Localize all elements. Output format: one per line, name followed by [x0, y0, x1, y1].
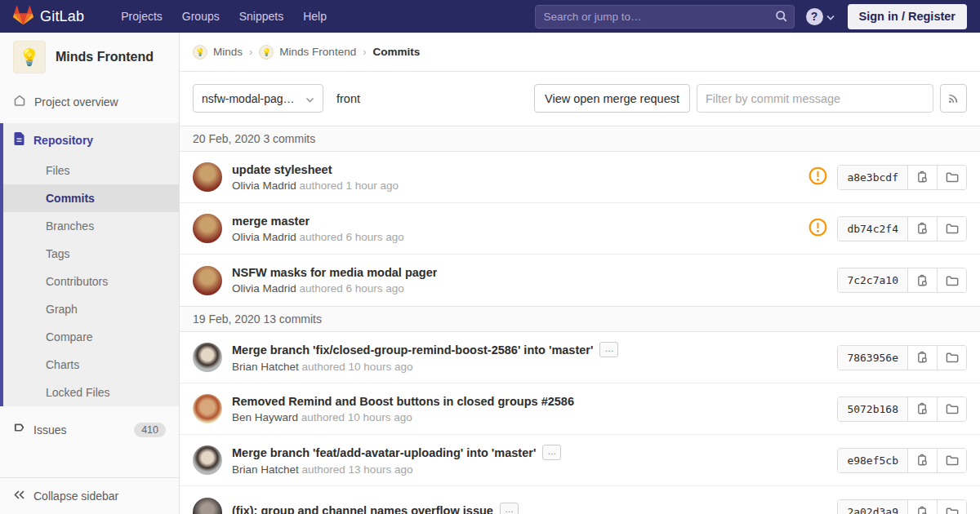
- browse-files-button[interactable]: [937, 268, 966, 292]
- view-open-merge-request-button[interactable]: View open merge request: [534, 84, 690, 113]
- sidebar-repo-subitem[interactable]: Locked Files: [3, 379, 179, 406]
- navbar-menu-item: Groups: [173, 2, 229, 30]
- help-menu[interactable]: ?: [806, 8, 835, 25]
- commit-author-link[interactable]: Olivia Madrid: [232, 231, 296, 243]
- sidebar-repo-subitem[interactable]: Charts: [3, 351, 179, 379]
- commit-title-link[interactable]: merge master: [232, 215, 310, 228]
- commit-list: 20 Feb, 2020 3 commits update stylesheet…: [180, 126, 980, 514]
- navbar-menu-link[interactable]: Help: [294, 2, 336, 30]
- commit-group: 20 Feb, 2020 3 commits update stylesheet…: [180, 126, 980, 306]
- navbar-menu-link[interactable]: Groups: [173, 2, 229, 30]
- commit-row: Removed Remind and Boost buttons in clos…: [180, 383, 980, 435]
- commit-sha[interactable]: 2a02d3a9: [838, 500, 907, 514]
- sidebar-repo-subitem[interactable]: Commits: [3, 184, 179, 212]
- sidebar-repo-subitem[interactable]: Branches: [3, 212, 179, 240]
- browse-files-button[interactable]: [937, 346, 966, 370]
- commit-row: (fix): group and channel names overflow …: [180, 486, 980, 514]
- copy-sha-button[interactable]: [907, 268, 937, 292]
- commit-author-link[interactable]: Ben Hayward: [232, 411, 298, 423]
- commit-author-avatar[interactable]: [193, 343, 222, 372]
- gitlab-tanuki-icon: [13, 6, 33, 28]
- sidebar-item-label: Project overview: [34, 95, 118, 109]
- gitlab-logo[interactable]: GitLab: [13, 6, 84, 28]
- commit-title-link[interactable]: Removed Remind and Boost buttons in clos…: [232, 395, 574, 408]
- commit-authored-time: authored 10 hours ago: [299, 361, 413, 373]
- commit-sha-group: 2a02d3a9: [837, 499, 967, 514]
- sidebar-repo-subitem[interactable]: Files: [3, 157, 179, 184]
- commit-main: Merge branch 'fix/closed-group-remind-bo…: [232, 342, 824, 373]
- sidebar-repo-subitem[interactable]: Contributors: [3, 268, 179, 295]
- copy-sha-button[interactable]: [907, 397, 937, 421]
- breadcrumb-group-link[interactable]: 💡 Minds: [193, 45, 243, 60]
- commit-sha[interactable]: a8e3bcdf: [838, 166, 907, 189]
- copy-sha-button[interactable]: [907, 500, 937, 514]
- commit-sha[interactable]: 5072b168: [838, 397, 907, 421]
- commit-date-header: 20 Feb, 2020 3 commits: [180, 126, 980, 152]
- sidebar-item-issues[interactable]: Issues 410: [0, 414, 179, 446]
- commit-title-link[interactable]: Merge branch 'fix/closed-group-remind-bo…: [232, 343, 593, 357]
- navbar-menu-item: Snippets: [230, 2, 292, 30]
- sidebar-footer: Collapse sidebar: [0, 477, 179, 514]
- home-icon: [13, 94, 26, 109]
- branch-selector-dropdown[interactable]: nsfw-modal-pag…: [193, 84, 323, 113]
- collapse-label: Collapse sidebar: [33, 490, 118, 503]
- commit-author-link[interactable]: Brian Hatchet: [232, 463, 299, 476]
- commit-author-avatar[interactable]: [193, 214, 222, 243]
- pipeline-warning-icon[interactable]: [808, 218, 827, 239]
- sign-in-register-button[interactable]: Sign in / Register: [848, 4, 967, 29]
- commit-sha[interactable]: 7c2c7a10: [838, 268, 907, 292]
- search-input[interactable]: [535, 5, 795, 29]
- browse-files-button[interactable]: [937, 217, 966, 241]
- group-avatar: 💡: [193, 45, 207, 60]
- commit-sha[interactable]: e98ef5cb: [838, 449, 907, 472]
- commit-author-link[interactable]: Olivia Madrid: [232, 282, 296, 295]
- rss-feed-button[interactable]: [940, 84, 967, 113]
- sidebar-item-repository[interactable]: Repository: [3, 123, 179, 157]
- branch-selector-value: nsfw-modal-pag…: [202, 92, 295, 105]
- commit-title-link[interactable]: NSFW masks for media modal pager: [232, 266, 437, 279]
- commit-sha[interactable]: 7863956e: [838, 346, 907, 370]
- commit-title-link[interactable]: update stylesheet: [232, 163, 332, 176]
- copy-sha-button[interactable]: [907, 217, 937, 241]
- navbar-menu-link[interactable]: Snippets: [230, 2, 292, 30]
- sidebar-repo-subitem[interactable]: Tags: [3, 240, 179, 268]
- commit-title-link[interactable]: Merge branch 'feat/add-avatar-uploading'…: [232, 446, 536, 459]
- commit-author-link[interactable]: Brian Hatchet: [232, 361, 299, 373]
- commit-meta: Ben Hayward authored 10 hours ago: [232, 411, 824, 423]
- copy-sha-button[interactable]: [907, 346, 937, 370]
- pipeline-warning-icon[interactable]: [808, 166, 827, 188]
- browse-files-button[interactable]: [937, 166, 966, 189]
- collapse-sidebar-button[interactable]: Collapse sidebar: [0, 478, 179, 514]
- help-icon: ?: [806, 8, 823, 25]
- commit-author-avatar[interactable]: [193, 445, 222, 475]
- commit-actions: 2a02d3a9: [837, 499, 967, 514]
- commit-sha[interactable]: db74c2f4: [838, 217, 907, 241]
- commit-author-link[interactable]: Olivia Madrid: [232, 179, 296, 192]
- sidebar-item-project-overview[interactable]: Project overview: [0, 85, 179, 118]
- commit-filter-input[interactable]: [697, 84, 933, 113]
- commit-author-avatar[interactable]: [193, 266, 222, 295]
- sidebar-repo-subitem[interactable]: Compare: [3, 323, 179, 351]
- commit-author-avatar[interactable]: [193, 498, 222, 514]
- expand-commit-message-button[interactable]: …: [500, 503, 519, 514]
- breadcrumb-project-link[interactable]: 💡 Minds Frontend: [259, 45, 356, 60]
- copy-sha-button[interactable]: [907, 166, 937, 189]
- commit-author-avatar[interactable]: [193, 162, 222, 192]
- issues-icon: [13, 423, 25, 437]
- sidebar-repo-subitem[interactable]: Graph: [3, 295, 179, 323]
- copy-sha-button[interactable]: [907, 449, 937, 472]
- double-chevron-left-icon: [13, 490, 25, 503]
- commit-author-avatar[interactable]: [193, 394, 222, 423]
- navbar-menu-link[interactable]: Projects: [112, 2, 172, 30]
- chevron-down-icon: [826, 10, 835, 23]
- browse-files-button[interactable]: [937, 397, 966, 421]
- browse-files-button[interactable]: [937, 449, 966, 472]
- project-header[interactable]: 💡 Minds Frontend: [0, 33, 179, 85]
- project-name: Minds Frontend: [56, 50, 154, 64]
- commit-title-link[interactable]: (fix): group and channel names overflow …: [232, 504, 493, 514]
- browse-files-button[interactable]: [937, 500, 966, 514]
- commit-row: merge master Olivia Madrid authored 6 ho…: [180, 203, 980, 255]
- breadcrumb-separator: ›: [249, 46, 252, 58]
- expand-commit-message-button[interactable]: …: [599, 342, 618, 357]
- expand-commit-message-button[interactable]: …: [542, 445, 561, 460]
